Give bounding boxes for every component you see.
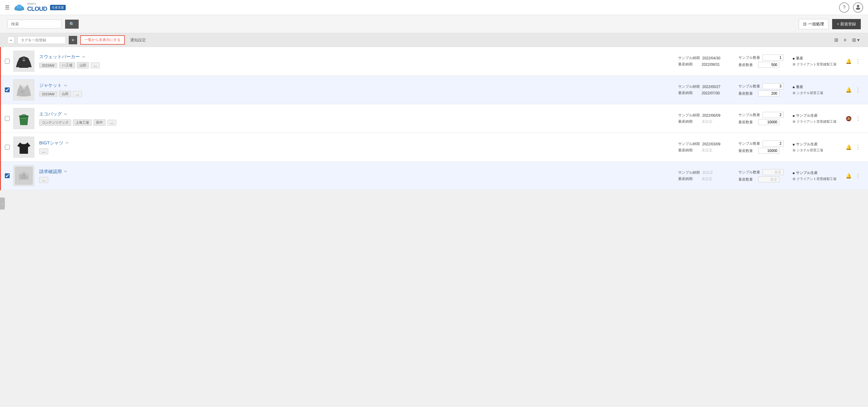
status-square-icon-5: ■ (793, 171, 795, 175)
tag-add-button[interactable]: + (69, 36, 77, 44)
hide-list-button[interactable]: 一覧から非表示にする (80, 35, 125, 44)
status-square-icon: ■ (793, 57, 795, 60)
product-1-dates: サンプル納期 2022/04/30 量産納期 2022/08/31 (678, 56, 733, 67)
notify-settings-button[interactable]: 通知設定 (128, 36, 148, 44)
header-right: ? (839, 2, 863, 13)
product-3-sample-qty[interactable] (763, 112, 784, 118)
search-icon: 🔍 (69, 22, 74, 27)
product-3-bell-button[interactable]: 🔕 (846, 116, 852, 122)
header-left: ☰ sitateru CLOUD 生産支援 (5, 2, 66, 12)
filter-sort-button[interactable]: ≡ (842, 36, 847, 44)
product-2-info: ジャケット ✏ 2023AW 山田 … (39, 83, 678, 97)
product-5-tags: … (39, 177, 678, 183)
product-4-actions: 🔔 ⋮ (846, 144, 861, 151)
search-input[interactable] (7, 20, 61, 28)
product-5-kebab-button[interactable]: ⋮ (855, 173, 861, 179)
product-1-info: スウェットパーカー ✏ 2023AW ○○工場 山田 … (39, 54, 678, 68)
product-row-4: BIGTシャツ ✏ … サンプル納期 2022/03/09 量産納期 未設定 (0, 133, 868, 162)
filter-bar-right: ⊞ ≡ ⊞ ▾ (833, 36, 861, 44)
product-1-bell-button[interactable]: 🔔 (846, 59, 852, 64)
product-5-mass-qty[interactable] (758, 176, 779, 182)
tag-more-button-2[interactable]: … (73, 91, 82, 97)
search-button[interactable]: 🔍 (65, 20, 79, 29)
new-label: + 新規登録 (837, 22, 856, 27)
product-4-kebab-button[interactable]: ⋮ (855, 144, 861, 151)
tag-more-button-5[interactable]: … (39, 177, 48, 183)
tag-2023aw-2: 2023AW (39, 91, 57, 97)
top-bar-right: ⊡ 一括処理 + 新規登録 (799, 19, 861, 29)
product-3-kebab-button[interactable]: ⋮ (855, 115, 861, 122)
product-4-tags: … (39, 148, 678, 154)
main-content: スウェットパーカー ✏ 2023AW ○○工場 山田 … サンプル納期 2022… (0, 47, 868, 190)
qty-row-mass: 量産数量 (738, 62, 786, 68)
product-3-name[interactable]: エコバッグ ✏ (39, 111, 678, 117)
row-2-checkbox[interactable] (5, 87, 10, 92)
header: ☰ sitateru CLOUD 生産支援 ? (0, 0, 868, 15)
product-5-bell-button[interactable]: 🔔 (846, 173, 852, 179)
tag-more-button-4[interactable]: … (39, 148, 48, 154)
product-2-sample-qty[interactable] (763, 83, 784, 89)
help-button[interactable]: ? (839, 2, 849, 13)
collapse-button[interactable]: − (7, 36, 14, 44)
svg-point-6 (856, 7, 860, 10)
factory-grid-icon: ⊞ (793, 62, 795, 66)
tshirt-icon (15, 138, 33, 156)
product-2-image (13, 79, 34, 100)
status-square-icon-2: ■ (793, 85, 795, 89)
new-register-button[interactable]: + 新規登録 (832, 19, 861, 29)
jacket-icon (15, 81, 33, 99)
product-row-3: エコバッグ ✏ コンテンツグッズ 上海工場 田中 … サンプル納期 2022/0… (0, 104, 868, 133)
product-4-name[interactable]: BIGTシャツ ✏ (39, 140, 678, 146)
product-1-mass-qty[interactable] (758, 62, 779, 68)
svg-rect-9 (19, 116, 29, 117)
product-2-actions: 🔔 ⋮ (846, 87, 861, 93)
svg-rect-4 (14, 8, 24, 10)
product-4-edit-icon[interactable]: ✏ (66, 141, 69, 145)
row-1-checkbox[interactable] (5, 59, 10, 64)
product-3-info: エコバッグ ✏ コンテンツグッズ 上海工場 田中 … (39, 111, 678, 126)
factory-grid-icon-3: ⊞ (793, 120, 795, 124)
svg-rect-13 (22, 172, 26, 174)
product-1-sample-qty[interactable] (763, 55, 784, 61)
product-4-mass-qty[interactable] (758, 148, 779, 154)
row-3-checkbox[interactable] (5, 116, 10, 121)
user-icon (855, 4, 861, 11)
product-row-5: 請求確認用 ✏ … サンプル納期 未設定 量産納期 未設定 (0, 162, 868, 190)
product-2-mass-qty[interactable] (758, 90, 779, 96)
product-2-name[interactable]: ジャケット ✏ (39, 83, 678, 88)
product-4-sample-qty[interactable] (763, 140, 784, 147)
notify-label: 通知設定 (130, 38, 146, 42)
product-5-name[interactable]: 請求確認用 ✏ (39, 169, 678, 175)
row-4-checkbox[interactable] (5, 145, 10, 150)
tag-more-button-3[interactable]: … (107, 120, 116, 126)
product-3-quantities: サンプル数量 量産数量 (738, 112, 786, 125)
logo-text-container: sitateru CLOUD (27, 2, 47, 12)
tag-more-button[interactable]: … (91, 62, 100, 68)
product-1-name[interactable]: スウェットパーカー ✏ (39, 54, 678, 60)
add-icon: + (71, 37, 74, 43)
grid-view-button[interactable]: ⊞ (833, 36, 839, 44)
product-2-edit-icon[interactable]: ✏ (64, 84, 67, 88)
product-1-factory: ⊞ クライアント背景縫製工場 (793, 62, 841, 67)
hamburger-icon[interactable]: ☰ (5, 4, 10, 11)
product-1-kebab-button[interactable]: ⋮ (855, 58, 861, 64)
date-row-mass: 量産納期 2022/08/31 (678, 62, 733, 67)
product-3-edit-icon[interactable]: ✏ (64, 112, 67, 116)
product-2-bell-button[interactable]: 🔔 (846, 87, 852, 93)
product-5-edit-icon[interactable]: ✏ (64, 169, 67, 174)
bulk-process-button[interactable]: ⊡ 一括処理 (799, 19, 829, 29)
question-icon: ? (843, 5, 846, 10)
list-view-button[interactable]: ⊞ ▾ (851, 36, 861, 44)
product-2-dates: サンプル納期 2022/05/27 量産納期 2022/07/30 (678, 84, 733, 96)
product-5-sample-qty[interactable] (763, 169, 784, 175)
list-icon: ⊞ ▾ (852, 37, 860, 42)
row-5-checkbox[interactable] (5, 174, 10, 178)
product-4-bell-button[interactable]: 🔔 (846, 145, 852, 150)
selection-border (0, 47, 1, 190)
product-1-edit-icon[interactable]: ✏ (82, 55, 85, 59)
collapse-icon: − (10, 38, 12, 42)
user-button[interactable] (853, 2, 863, 13)
product-2-kebab-button[interactable]: ⋮ (855, 87, 861, 93)
tag-bulk-input[interactable] (18, 36, 66, 44)
product-3-mass-qty[interactable] (758, 119, 779, 125)
